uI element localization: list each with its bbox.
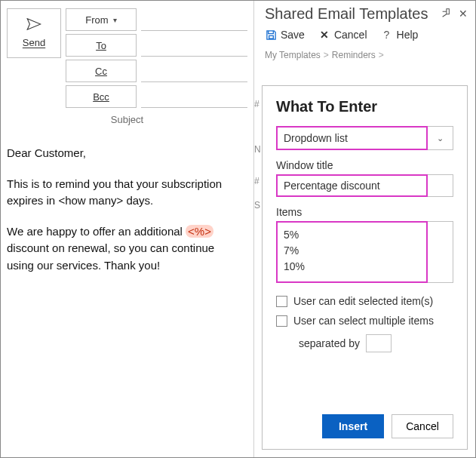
crumb-b: Reminders <box>332 50 376 60</box>
save-icon <box>265 29 277 41</box>
email-body[interactable]: Dear Customer, This is to remind you tha… <box>7 145 247 287</box>
panel-toolbar: Save ✕ Cancel ? Help <box>254 26 475 47</box>
pin-icon[interactable] <box>441 8 451 20</box>
from-label: From <box>85 14 108 26</box>
cc-label: Cc <box>95 66 107 77</box>
insert-button[interactable]: Insert <box>322 414 384 438</box>
window-title-value: Percentage discount <box>284 180 380 192</box>
email-p1b: days. <box>123 194 153 207</box>
subject-label[interactable]: Subject <box>7 114 247 125</box>
help-label: Help <box>397 29 419 41</box>
send-label: Send <box>23 37 45 48</box>
app-window: Send From ▾ To C <box>0 0 476 458</box>
insert-label: Insert <box>339 420 367 432</box>
to-button[interactable]: To <box>66 34 137 57</box>
items-label: Items <box>276 206 453 218</box>
email-p2b: discount on renewal, so you can continue… <box>7 241 214 272</box>
chevron-down-icon: ⌄ <box>437 134 444 143</box>
separator-input[interactable] <box>366 334 392 352</box>
item-2: 10% <box>284 259 420 275</box>
window-title-input[interactable]: Percentage discount <box>276 174 428 197</box>
item-1: 7% <box>284 243 420 259</box>
separated-by-label: separated by <box>299 337 360 349</box>
dialog-cancel-button[interactable]: Cancel <box>392 414 453 438</box>
checkbox-multi[interactable] <box>276 315 287 327</box>
save-button[interactable]: Save <box>265 29 305 41</box>
items-tail <box>428 221 453 283</box>
type-value: Dropdown list <box>284 132 348 144</box>
compose-pane: Send From ▾ To C <box>1 1 254 457</box>
breadcrumb[interactable]: My Templates>Reminders> <box>254 47 475 63</box>
help-icon: ? <box>381 29 393 41</box>
cc-button[interactable]: Cc <box>66 60 137 82</box>
checkbox-multi-label: User can select multiple items <box>293 315 434 327</box>
help-button[interactable]: ? Help <box>381 29 419 41</box>
chevron-down-icon: ▾ <box>113 16 117 24</box>
ghost-s: S <box>254 200 260 211</box>
to-label: To <box>96 40 106 51</box>
type-dropdown-caret[interactable]: ⌄ <box>428 126 453 150</box>
from-button[interactable]: From ▾ <box>66 8 137 31</box>
window-title-tail <box>428 174 453 197</box>
templates-panel: Shared Email Templates ✕ Save ✕ Cancel ? <box>254 1 475 457</box>
type-dropdown[interactable]: Dropdown list <box>276 126 428 150</box>
item-0: 5% <box>284 227 420 243</box>
bcc-input[interactable] <box>141 85 247 108</box>
ghost-icon: # <box>254 99 259 109</box>
email-greeting: Dear Customer, <box>7 146 86 159</box>
recipient-fields: From ▾ To Cc <box>66 8 247 108</box>
panel-title: Shared Email Templates <box>265 5 428 23</box>
crumb-a: My Templates <box>265 50 321 60</box>
compose-header: Send From ▾ To C <box>7 5 247 108</box>
checkbox-edit-label: User can edit selected item(s) <box>293 295 433 307</box>
window-title-label: Window title <box>276 159 453 171</box>
x-icon: ✕ <box>318 29 330 41</box>
email-p2-placeholder: <%> <box>186 225 213 238</box>
bcc-button[interactable]: Bcc <box>66 85 137 108</box>
ghost-hash: # <box>254 176 259 186</box>
email-p1-placeholder: <how many> <box>58 194 123 207</box>
items-textarea[interactable]: 5% 7% 10% <box>276 221 428 283</box>
close-icon[interactable]: ✕ <box>459 8 468 20</box>
email-p2a: We are happy to offer an additional <box>7 225 186 238</box>
save-label: Save <box>281 29 305 41</box>
send-button[interactable]: Send <box>7 8 61 58</box>
dialog-cancel-label: Cancel <box>406 420 439 432</box>
bcc-label: Bcc <box>93 91 109 103</box>
cc-input[interactable] <box>141 60 247 82</box>
from-input[interactable] <box>141 8 247 31</box>
cancel-label: Cancel <box>334 29 367 41</box>
dialog-title: What To Enter <box>276 98 453 115</box>
what-to-enter-dialog: What To Enter Dropdown list ⌄ Window tit… <box>262 85 468 450</box>
ghost-text: N <box>254 144 261 155</box>
send-icon <box>26 18 41 34</box>
cancel-button[interactable]: ✕ Cancel <box>318 29 367 41</box>
to-input[interactable] <box>141 34 247 57</box>
checkbox-edit[interactable] <box>276 296 287 307</box>
